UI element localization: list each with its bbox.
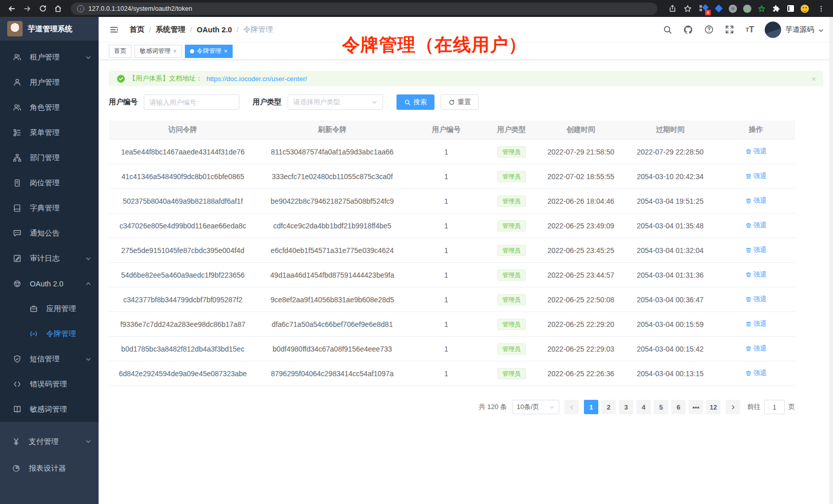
- search-icon[interactable]: [662, 24, 673, 35]
- reload-icon[interactable]: [36, 2, 49, 15]
- sidebar-item[interactable]: 租户管理: [0, 45, 99, 70]
- sidebar-item[interactable]: A 令牌管理: [0, 321, 99, 346]
- sidebar-item-label: 错误码管理: [30, 379, 91, 389]
- table-row: 275e5de9151045fe87cbdc395e004f4de6cfd40e…: [109, 238, 795, 263]
- column-header: 刷新令牌: [257, 125, 408, 134]
- page-number-button[interactable]: 5: [654, 400, 668, 414]
- user-id-input[interactable]: [149, 99, 234, 106]
- tab-close-icon[interactable]: ×: [173, 48, 177, 54]
- extension-grid-icon[interactable]: 9: [699, 4, 709, 13]
- force-logout-button[interactable]: 强退: [745, 344, 767, 353]
- sidebar: 芋道管理系统 租户管理 用户管理 角色管理 菜单管理 部门管理 岗位管理 字典管…: [0, 17, 99, 504]
- force-logout-button[interactable]: 强退: [745, 319, 767, 328]
- user-type-tag: 管理员: [497, 220, 526, 231]
- font-size-icon[interactable]: TT: [744, 24, 755, 35]
- sidebar-item[interactable]: 报表设计器: [0, 455, 99, 481]
- trash-icon: [745, 272, 752, 278]
- force-logout-button[interactable]: 强退: [745, 221, 767, 230]
- user-type-select[interactable]: 请选择用户类型: [288, 94, 383, 110]
- page-number-button[interactable]: 12: [706, 400, 721, 414]
- bookmark-star-icon[interactable]: [681, 2, 694, 15]
- help-icon[interactable]: [703, 24, 714, 35]
- doc-link[interactable]: https://doc.iocoder.cn/user-center/: [206, 75, 307, 83]
- page-scrollbar[interactable]: [829, 17, 833, 504]
- sidebar-item[interactable]: OAuth 2.0: [0, 271, 99, 296]
- sidebar-item-label: 敏感词管理: [30, 404, 91, 414]
- fullscreen-icon[interactable]: [724, 24, 735, 35]
- created-time-cell: 2022-06-25 22:50:08: [538, 296, 623, 304]
- refresh-token-cell: cdfc4ce9c2da4bb1bdf21b9918ff4be5: [257, 222, 408, 230]
- goto-page-input[interactable]: [764, 400, 785, 414]
- refresh-token-cell: 9ce8ef2aa9f14056b831ae9b608e28d5: [257, 296, 408, 304]
- next-page-button[interactable]: [726, 400, 740, 414]
- address-bar[interactable]: i 127.0.0.1:1024/system/oauth2/token: [71, 3, 657, 15]
- page-size-select[interactable]: 10条/页: [512, 400, 559, 414]
- page-number-button[interactable]: 2: [601, 400, 616, 414]
- breadcrumb-item[interactable]: OAuth 2.0: [197, 26, 232, 34]
- reset-button[interactable]: 重置: [441, 94, 479, 110]
- user-id-cell: 1: [408, 370, 485, 378]
- sidebar-item[interactable]: 审计日志: [0, 246, 99, 271]
- force-logout-button[interactable]: 强退: [745, 196, 767, 205]
- sidebar-item[interactable]: 角色管理: [0, 95, 99, 120]
- extension-circle-icon[interactable]: ✻: [728, 4, 737, 13]
- force-logout-button[interactable]: 强退: [745, 369, 767, 378]
- sidebar-item-label: 岗位管理: [30, 178, 91, 188]
- page-number-list: 123456•••12: [584, 400, 721, 414]
- sidebar-item[interactable]: 字典管理: [0, 196, 99, 221]
- page-number-button[interactable]: 3: [619, 400, 633, 414]
- tags-view-tab[interactable]: 令牌管理 ×: [185, 45, 233, 58]
- sidebar-item[interactable]: 用户管理: [0, 70, 99, 95]
- extension-diamond-icon[interactable]: [714, 4, 723, 13]
- extensions-puzzle-icon[interactable]: [771, 4, 781, 13]
- sidebar-item[interactable]: 敏感词管理: [0, 397, 99, 422]
- tags-view-tab[interactable]: 首页: [109, 45, 131, 58]
- force-logout-button[interactable]: 强退: [745, 295, 767, 304]
- sidebar-item[interactable]: 岗位管理: [0, 170, 99, 196]
- force-logout-button[interactable]: 强退: [745, 245, 767, 255]
- breadcrumb-item[interactable]: 系统管理: [156, 25, 185, 34]
- chevron-down-icon: [85, 54, 91, 61]
- sidebar-item[interactable]: 菜单管理: [0, 120, 99, 145]
- browser-menu-icon[interactable]: [815, 2, 828, 15]
- refresh-token-cell: dfa6c71a50a54c66bef706ef9e6e8d81: [257, 320, 408, 328]
- extension-star-icon[interactable]: [757, 4, 766, 13]
- sidebar-item[interactable]: 支付管理: [0, 428, 99, 455]
- home-icon[interactable]: [51, 2, 65, 15]
- table-row: b0d1785bc3a8482f812db4a3f3bd15ecb0df4980…: [109, 337, 795, 361]
- sidebar-item[interactable]: 短信管理: [0, 346, 99, 372]
- extension-record-icon[interactable]: [743, 4, 752, 13]
- tab-label: 令牌管理: [197, 47, 221, 55]
- sms-shield-icon: [12, 355, 22, 364]
- search-button[interactable]: 搜索: [396, 94, 434, 110]
- page-ellipsis[interactable]: •••: [689, 400, 703, 414]
- github-icon[interactable]: [683, 24, 694, 35]
- force-logout-button[interactable]: 强退: [745, 147, 767, 156]
- force-logout-button[interactable]: 强退: [745, 171, 767, 181]
- alert-close-icon[interactable]: ×: [811, 74, 816, 83]
- share-icon[interactable]: [666, 2, 679, 15]
- user-menu[interactable]: 芋道源码: [765, 22, 824, 38]
- page-number-button[interactable]: 6: [671, 400, 686, 414]
- page-info-icon[interactable]: i: [77, 5, 84, 12]
- sidebar-item[interactable]: 通知公告: [0, 221, 99, 246]
- profile-emoji-icon[interactable]: [800, 4, 809, 13]
- back-icon[interactable]: [5, 2, 18, 15]
- post-icon: [12, 179, 22, 188]
- tab-close-icon[interactable]: ×: [224, 48, 228, 54]
- prev-page-button[interactable]: [564, 400, 579, 414]
- collapse-sidebar-icon[interactable]: [108, 24, 120, 36]
- page-number-button[interactable]: 4: [636, 400, 651, 414]
- sidebar-item[interactable]: 部门管理: [0, 145, 99, 170]
- tags-view-tab[interactable]: 敏感词管理 ×: [135, 45, 182, 58]
- forward-icon[interactable]: [21, 2, 34, 15]
- trash-icon: [745, 370, 752, 377]
- force-logout-button[interactable]: 强退: [745, 270, 767, 279]
- breadcrumb-item[interactable]: 首页: [129, 25, 144, 34]
- user-id-field-wrap: [144, 94, 239, 110]
- split-screen-icon[interactable]: [786, 4, 795, 13]
- sidebar-item[interactable]: 错误码管理: [0, 372, 99, 397]
- sidebar-item[interactable]: 应用管理: [0, 296, 99, 321]
- expire-time-cell: 2054-03-04 19:51:25: [623, 197, 717, 205]
- page-number-button[interactable]: 1: [584, 400, 598, 414]
